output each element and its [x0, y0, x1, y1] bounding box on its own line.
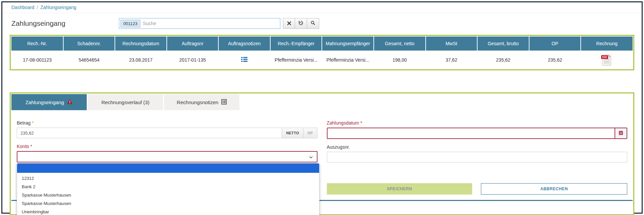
cancel-button[interactable]: ABBRECHEN	[481, 183, 627, 195]
auszugsnr-input-group	[327, 152, 628, 162]
netto-button[interactable]: NETTO	[282, 128, 303, 138]
page-title: Zahlungseingang	[11, 19, 65, 27]
cell-gesamt-brutto: 235,62	[477, 51, 529, 69]
konto-option-bank2[interactable]: Bank 2	[17, 183, 319, 191]
tab-bar: Zahlungseingang Rechnungsverlauf (3) Rec…	[11, 94, 633, 110]
tab-zahlungseingang[interactable]: Zahlungseingang	[11, 94, 87, 110]
x-icon	[287, 21, 291, 26]
pdf-badge: PDF	[601, 55, 608, 59]
rech-empfaenger-text: Pfefferminzia Versi...	[271, 57, 322, 63]
cell-mahnungsempfaenger: Pfefferminzia Versi...	[322, 51, 374, 69]
zahlungsdatum-required-mark: *	[360, 120, 362, 126]
cell-gesamt-netto: 198,00	[374, 51, 426, 69]
payment-detail-panel: Zahlungseingang Rechnungsverlauf (3) Rec…	[10, 92, 634, 215]
tab-rechnungsverlauf-label: Rechnungsverlauf (3)	[101, 99, 149, 105]
col-rech-nr: Rech.-Nr.	[11, 37, 63, 51]
search-button[interactable]	[307, 18, 319, 29]
col-auftragsnotizen: Auftragsnotizen	[218, 37, 270, 51]
betrag-input-group: NETTO OP	[17, 128, 317, 138]
auszugsnr-field: Auszugsnr.	[327, 144, 628, 162]
breadcrumb-link-zahlungseingang[interactable]: Zahlungseingang	[40, 5, 76, 10]
auszugsnr-label: Auszugsnr.	[327, 144, 628, 150]
col-gesamt-netto: Gesamt, netto	[374, 37, 426, 51]
auszugsnr-input[interactable]	[327, 152, 628, 162]
history-icon	[298, 20, 303, 26]
op-button[interactable]: OP	[303, 128, 317, 138]
konto-option-sparkasse-1[interactable]: Sparkasse Musterhausen	[17, 191, 319, 199]
invoice-results-panel: Rech.-Nr. Schadennr. Rechnungsdatum Auft…	[10, 35, 634, 70]
page-header: Zahlungseingang 001123	[2, 13, 642, 34]
betrag-required-mark: *	[32, 120, 33, 126]
calendar-icon	[619, 131, 623, 136]
calendar-button[interactable]	[615, 128, 627, 138]
cell-rechnungsdatum: 23.08.2017	[115, 51, 167, 69]
betrag-label: Betrag *	[17, 120, 317, 126]
betrag-label-text: Betrag	[17, 120, 30, 126]
zahlungsdatum-label-text: Zahlungsdatum	[327, 120, 359, 126]
konto-option-sparkasse-2[interactable]: Sparkasse Musterhausen	[17, 199, 319, 208]
konto-option-empty[interactable]	[17, 163, 319, 173]
cell-op: 235,62	[529, 51, 581, 69]
col-rechnung: Rechnung	[581, 37, 633, 51]
form-column-left: Betrag * NETTO OP Konto *	[17, 120, 317, 200]
invoice-table: Rech.-Nr. Schadennr. Rechnungsdatum Auft…	[11, 37, 633, 69]
pdf-fold-corner	[609, 55, 611, 57]
zahlungsdatum-input[interactable]	[328, 128, 615, 138]
zahlungsdatum-label: Zahlungsdatum *	[327, 120, 628, 126]
col-op: OP	[529, 37, 581, 51]
clear-search-button[interactable]	[283, 18, 295, 29]
pdf-icon[interactable]: PDF	[602, 55, 611, 66]
search-box[interactable]: 001123	[119, 18, 280, 29]
auszugsnr-label-text: Auszugsnr.	[327, 144, 350, 150]
col-rechnungsdatum: Rechnungsdatum	[115, 37, 167, 51]
warning-icon	[67, 99, 73, 105]
col-rech-empfaenger: Rech.-Empfänger	[270, 37, 322, 51]
cell-rech-empfaenger: Pfefferminzia Versi...	[270, 51, 322, 69]
zahlungsdatum-field: Zahlungsdatum *	[327, 120, 628, 139]
konto-field: Konto * 12312 Bank 2 Sparkasse Musterhau…	[17, 144, 317, 162]
konto-label: Konto *	[17, 144, 317, 149]
app-window: Dashboard/Zahlungseingang Zahlungseingan…	[1, 1, 643, 214]
betrag-field: Betrag * NETTO OP	[17, 120, 317, 138]
konto-dropdown: 12312 Bank 2 Sparkasse Musterhausen Spar…	[17, 163, 319, 215]
konto-label-text: Konto	[17, 144, 29, 149]
col-gesamt-brutto: Gesamt, brutto	[477, 37, 529, 51]
col-mwst: MwSt	[426, 37, 478, 51]
form-column-right: Zahlungsdatum * Auszugsnr.	[327, 120, 628, 200]
search-tag[interactable]: 001123	[121, 20, 140, 27]
search-area: 001123	[119, 18, 319, 29]
konto-option-uneinbringbar[interactable]: Uneinbringbar	[17, 208, 319, 215]
mahnungsempfaenger-text: Pfefferminzia Versi...	[322, 57, 373, 63]
zahlungsdatum-input-group	[327, 128, 628, 139]
zahlungseingang-form: Betrag * NETTO OP Konto *	[11, 110, 633, 201]
konto-required-mark: *	[30, 144, 32, 149]
cell-auftragsnr: 2017-01-135	[167, 51, 219, 69]
tab-zahlungseingang-label: Zahlungseingang	[25, 99, 64, 105]
list-icon[interactable]	[241, 57, 247, 63]
tab-rechnungsnotizen[interactable]: Rechnungsnotizen	[164, 94, 239, 110]
save-button[interactable]: SPEICHERN	[327, 183, 473, 195]
betrag-input[interactable]	[17, 128, 282, 138]
cell-mwst: 37,62	[426, 51, 478, 69]
col-auftragsnr: Auftragsnr	[167, 37, 219, 51]
search-button-group	[283, 18, 319, 29]
tab-rechnungsnotizen-label: Rechnungsnotizen	[177, 99, 218, 105]
table-row[interactable]: 17-08-001123 54654654 23.08.2017 2017-01…	[11, 51, 633, 69]
notes-icon	[221, 99, 227, 105]
breadcrumb-link-dashboard[interactable]: Dashboard	[11, 5, 34, 10]
breadcrumb-separator: /	[37, 5, 38, 10]
search-input[interactable]	[140, 21, 279, 26]
col-mahnungsempfaenger: Mahnungsempfänger	[322, 37, 374, 51]
history-button[interactable]	[295, 18, 307, 29]
cell-rechnung: PDF	[581, 51, 633, 69]
search-icon	[310, 20, 315, 26]
cell-schadennr: 54654654	[63, 51, 115, 69]
col-schadennr: Schadennr.	[63, 37, 115, 51]
konto-option-12312[interactable]: 12312	[17, 174, 319, 183]
konto-select[interactable]	[17, 151, 317, 162]
table-header-row: Rech.-Nr. Schadennr. Rechnungsdatum Auft…	[11, 37, 633, 51]
tab-rechnungsverlauf[interactable]: Rechnungsverlauf (3)	[88, 94, 163, 110]
cell-auftragsnotizen	[218, 51, 270, 69]
breadcrumb: Dashboard/Zahlungseingang	[2, 2, 642, 13]
form-actions: SPEICHERN ABBRECHEN	[327, 183, 628, 195]
